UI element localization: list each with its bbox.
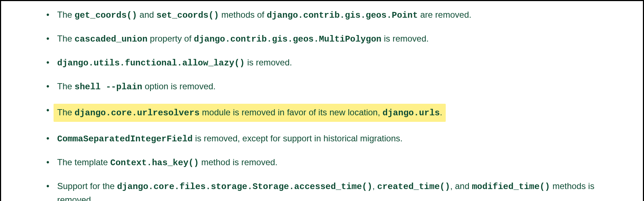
plain-text: The — [57, 81, 75, 91]
plain-text: is removed. — [381, 34, 429, 43]
plain-text: is removed, except for support in histor… — [192, 133, 402, 143]
code-text: django.core.urlresolvers — [75, 108, 200, 118]
code-text: cascaded_union — [75, 34, 148, 44]
code-text: django.core.files.storage.Storage.access… — [117, 182, 372, 192]
code-text: set_coords() — [156, 10, 219, 20]
plain-text: are removed. — [418, 10, 471, 20]
changelog-item: The get_coords() and set_coords() method… — [46, 8, 628, 22]
code-text: django.utils.functional.allow_lazy() — [57, 58, 245, 68]
document-container: The get_coords() and set_coords() method… — [0, 0, 644, 201]
changelog-item: The cascaded_union property of django.co… — [46, 32, 628, 46]
plain-text: and — [137, 10, 156, 20]
code-text: django.contrib.gis.geos.MultiPolygon — [194, 34, 381, 44]
plain-text: The — [57, 34, 75, 43]
plain-text: module is removed in favor of its new lo… — [200, 107, 383, 117]
plain-text: , and — [450, 181, 472, 191]
plain-text: The template — [57, 157, 110, 167]
changelog-item: CommaSeparatedIntegerField is removed, e… — [46, 132, 628, 146]
changelog-item: The shell --plain option is removed. — [46, 80, 628, 94]
plain-text: Support for the — [57, 181, 117, 191]
plain-text: method is removed. — [199, 157, 277, 167]
code-text: shell --plain — [75, 82, 142, 92]
changelog-item: django.utils.functional.allow_lazy() is … — [46, 56, 628, 70]
plain-text: , — [372, 181, 377, 191]
plain-text: . — [440, 107, 442, 117]
code-text: modified_time() — [472, 182, 550, 192]
highlighted-item: The django.core.urlresolvers module is r… — [54, 104, 446, 122]
plain-text: is removed. — [245, 57, 292, 67]
changelog-item: The django.core.urlresolvers module is r… — [46, 104, 628, 122]
plain-text: The — [57, 10, 75, 20]
code-text: get_coords() — [75, 10, 137, 20]
code-text: CommaSeparatedIntegerField — [57, 134, 192, 144]
plain-text: property of — [148, 34, 194, 43]
plain-text: The — [57, 107, 75, 117]
changelog-item: Support for the django.core.files.storag… — [46, 180, 628, 201]
plain-text: methods of — [219, 10, 267, 20]
plain-text: option is removed. — [142, 81, 216, 91]
changelog-item: The template Context.has_key() method is… — [46, 156, 628, 170]
code-text: Context.has_key() — [110, 158, 199, 168]
code-text: created_time() — [377, 182, 450, 192]
changelog-list: The get_coords() and set_coords() method… — [16, 8, 628, 201]
code-text: django.contrib.gis.geos.Point — [267, 10, 418, 20]
code-text: django.urls — [382, 108, 440, 118]
